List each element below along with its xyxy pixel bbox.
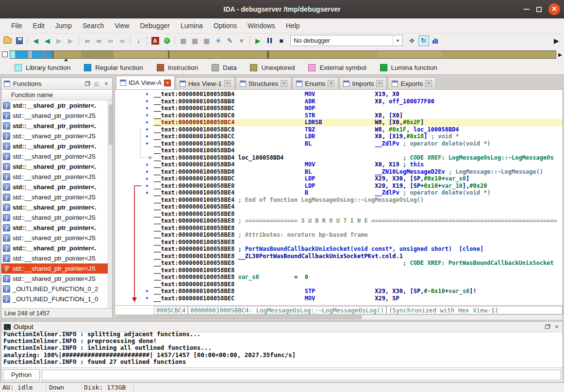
disasm-line[interactable]: __text:0000000100058BE8 var_s0 = 0 <box>154 274 563 281</box>
function-list-item[interactable]: fstd::__shared_ptr_pointer<. <box>1 202 112 212</box>
output-restore-icon[interactable] <box>544 324 550 330</box>
functions-restore-icon[interactable] <box>83 81 90 87</box>
function-list-item[interactable]: fstd::__shared_ptr_pointer<JS <box>1 212 112 223</box>
disasm-line[interactable]: __text:0000000100058BE4 B __ZdlPv ; oper… <box>154 189 563 196</box>
disasm-line[interactable]: __text:0000000100058BC4 LDRSB W8, [X0,#0… <box>154 119 563 126</box>
function-list-item[interactable]: fstd::__shared_ptr_pointer<JS <box>1 274 112 284</box>
disassembly-hscrollbar[interactable] <box>115 314 563 320</box>
functions-scrollbar[interactable] <box>108 100 112 308</box>
autoanalysis-indicator[interactable] <box>161 35 172 46</box>
disasm-line[interactable]: __text:0000000100058BE4 <box>154 203 563 211</box>
minimize-icon[interactable] <box>524 9 530 10</box>
tab-hex-view-1[interactable]: Hex View-1✕ <box>176 77 235 89</box>
tab-ida-view-a[interactable]: IDA View-A✕ <box>116 76 175 89</box>
tab-close-icon[interactable]: ✕ <box>328 80 334 87</box>
jump-forward-list-button[interactable]: ▶ <box>65 35 76 46</box>
tab-exports[interactable]: Exports✕ <box>388 77 436 89</box>
navigation-band[interactable] <box>10 50 556 59</box>
save-database-button[interactable] <box>14 35 25 46</box>
functions-close-icon[interactable]: ✕ <box>103 81 110 87</box>
tab-close-icon[interactable]: ✕ <box>224 80 231 87</box>
function-list-item[interactable]: f_OUTLINED_FUNCTION_1_0 <box>1 294 112 304</box>
disasm-line[interactable]: __text:0000000100058BBC NOP <box>154 105 563 112</box>
function-list-item[interactable]: fstd::__shared_ptr_pointer<JS <box>1 192 112 202</box>
trace-window-button[interactable] <box>430 35 441 46</box>
tab-close-icon[interactable]: ✕ <box>425 80 432 87</box>
python-button[interactable]: Python <box>3 369 40 380</box>
disasm-line[interactable]: __text:0000000100058BE8 <box>154 225 563 232</box>
toolbar-overflow-button[interactable]: ▶ <box>551 35 562 46</box>
disasm-line[interactable]: __text:0000000100058BEC MOV X29, SP <box>154 295 563 302</box>
function-list-item[interactable]: fstd::__shared_ptr_pointer<. <box>1 243 112 253</box>
disasm-line[interactable]: __text:0000000100058BD8 BL __ZN10LogMess… <box>154 168 563 176</box>
navband-overflow-icon[interactable]: ▶ <box>558 52 562 57</box>
debugger-options-button[interactable]: ❖ <box>406 35 417 46</box>
menu-options[interactable]: Options <box>208 19 242 32</box>
function-list-item[interactable]: fstd::__shared_ptr_pointer<. <box>1 223 112 233</box>
close-icon[interactable]: ✕ <box>548 3 560 15</box>
disasm-line[interactable]: __text:0000000100058BE8 <box>154 211 563 218</box>
disasm-line[interactable]: __text:0000000100058BE4 ; End of functio… <box>154 196 563 204</box>
stop-debugger-button[interactable]: ■ <box>276 35 287 46</box>
function-list-item[interactable]: f_OUTLINED_FUNCTION_0_2 <box>1 284 112 294</box>
search-next-binary-button[interactable]: ∞ <box>93 35 104 46</box>
disasm-line[interactable]: __text:0000000100058BE0 LDP X20, X19, [S… <box>154 182 563 190</box>
disasm-line[interactable]: __text:0000000100058BE8 <box>154 267 563 274</box>
create-function-button[interactable]: ▦ <box>178 35 189 46</box>
function-list-item[interactable]: fstd::__shared_ptr_pointer<JS <box>1 172 112 182</box>
disassembly-hscrollbar-thumb[interactable] <box>116 315 362 319</box>
tab-enums[interactable]: Enums✕ <box>292 77 338 89</box>
function-list-item[interactable]: fstd::__shared_ptr_pointer<JS <box>1 151 112 162</box>
menu-search[interactable]: Search <box>77 19 109 32</box>
menu-debugger[interactable]: Debugger <box>134 19 175 32</box>
jump-back-list-button[interactable]: ◀ <box>42 35 53 46</box>
function-list-item[interactable]: fstd::__shared_ptr_pointer<. <box>1 141 112 151</box>
function-list-item[interactable]: fstd::__shared_ptr_pointer<JS <box>1 233 112 243</box>
disasm-line[interactable]: __text:0000000100058BC0 STR X8, [X0] <box>154 112 563 119</box>
function-list-item[interactable]: fstd::__shared_ptr_pointer<JS <box>1 111 112 121</box>
disasm-line[interactable]: __text:0000000100058BD0 BL __ZdlPv ; ope… <box>154 140 563 147</box>
menu-lumina[interactable]: Lumina <box>175 19 208 32</box>
chevron-down-icon[interactable]: ▼ <box>393 35 402 46</box>
function-list-item[interactable]: fstd::__shared_ptr_pointer<JS <box>1 253 112 263</box>
function-name-column-header[interactable]: Function name <box>1 90 112 100</box>
disasm-line[interactable]: __text:0000000100058BE8 STP X29, X30, [S… <box>154 288 563 295</box>
start-debugger-button[interactable]: ▶ <box>252 35 264 46</box>
function-chunks-button[interactable]: ▦ <box>201 35 212 46</box>
functions-float-icon[interactable]: ◱ <box>93 81 100 87</box>
jump-forward-button[interactable]: ▶ <box>53 35 65 46</box>
function-list-item[interactable]: fstd::__shared_ptr_pointer<. <box>1 162 112 172</box>
tab-imports[interactable]: Imports✕ <box>339 77 387 89</box>
tab-close-icon[interactable]: ✕ <box>376 80 383 87</box>
function-list-item[interactable]: fstd::__shared_ptr_pointer<. <box>1 100 112 111</box>
maximize-icon[interactable] <box>536 7 542 12</box>
disasm-line[interactable]: __text:0000000100058BD4 loc_100058BD4 ; … <box>154 154 563 162</box>
menu-windows[interactable]: Windows <box>242 19 281 32</box>
function-list-item[interactable]: fstd::__shared_ptr_pointer<. <box>1 121 112 131</box>
open-file-button[interactable] <box>2 35 13 46</box>
menu-file[interactable]: File <box>6 19 28 32</box>
disasm-line[interactable]: __text:0000000100058BDC LDP X29, X30, [S… <box>154 175 563 182</box>
jump-back-button[interactable]: ◀ <box>30 35 41 46</box>
tab-structures[interactable]: Structures✕ <box>236 77 292 89</box>
disasm-line[interactable]: __text:0000000100058BE8 <box>154 239 563 246</box>
debugger-continue-button[interactable]: ↻ <box>418 35 429 46</box>
edit-function-button[interactable]: ✎ <box>224 35 235 46</box>
disasm-line[interactable]: __text:0000000100058BC8 TBZ W8, #0x1F, l… <box>154 126 563 133</box>
disasm-line[interactable]: __text:0000000100058BE8 ; CODE XREF: Por… <box>154 260 563 267</box>
menu-help[interactable]: Help <box>281 19 305 32</box>
menu-edit[interactable]: Edit <box>28 19 50 32</box>
functions-panel-header[interactable]: Functions ◱ ✕ <box>1 78 112 90</box>
python-input[interactable] <box>42 370 561 380</box>
search-text-button[interactable]: ∞ <box>105 35 116 46</box>
disasm-line[interactable]: __text:0000000100058BCC LDR X0, [X19,#0x… <box>154 133 563 140</box>
function-tails-button[interactable]: ▦ <box>189 35 200 46</box>
disasm-line[interactable]: __text:0000000100058BE8 __ZL30PortWasBou… <box>154 253 563 260</box>
disasm-line[interactable]: __text:0000000100058BB8 ADR X8, off_1000… <box>154 98 563 105</box>
disasm-line[interactable]: __text:0000000100058BD4 MOV X0, X19 ; th… <box>154 161 563 168</box>
analysis-indicator[interactable]: A <box>149 35 161 46</box>
delete-function-button[interactable]: × <box>236 35 247 46</box>
tab-close-icon[interactable]: ✕ <box>281 80 287 87</box>
search-binary-button[interactable]: ∞ <box>82 35 93 46</box>
function-list-item[interactable]: fstd::__shared_ptr_pointer<JS <box>1 263 112 274</box>
